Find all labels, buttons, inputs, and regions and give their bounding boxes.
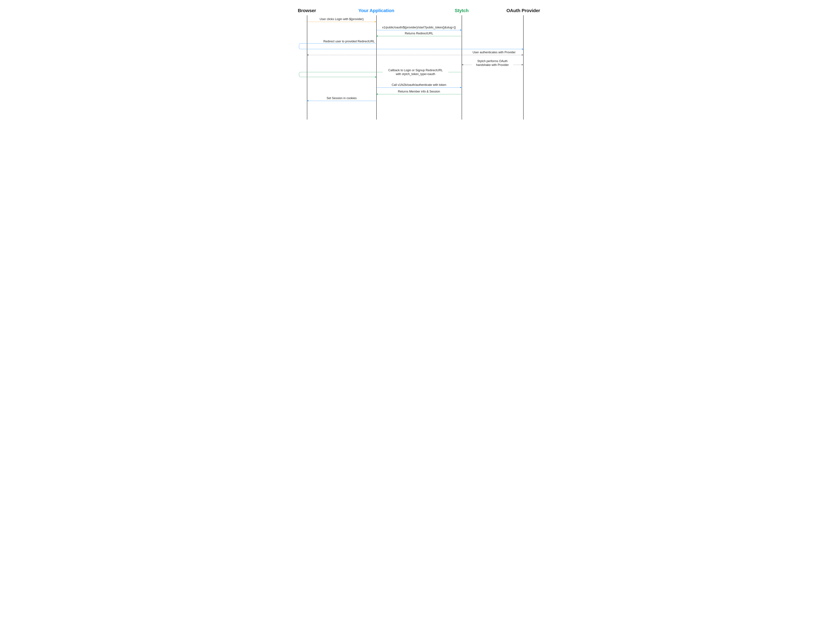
lifeline-stytch (462, 15, 462, 119)
msg-redirect-user: Redirect user to provided RedirectURL (301, 43, 523, 49)
msg-label: Returns RedirectURL (403, 32, 434, 35)
msg-label: Returns Member info & Session (397, 90, 441, 94)
lifeline-browser (307, 15, 307, 119)
lifeline-provider (523, 15, 524, 119)
actor-stytch: Stytch (455, 8, 469, 13)
msg-label: Set Session in cookies (325, 96, 358, 100)
actor-provider: OAuth Provider (507, 8, 540, 13)
msg-label: User clicks Login with ${provider} (318, 17, 365, 21)
msg-label: Callback to Login or Signup RedirectURLw… (383, 68, 448, 76)
msg-label: v1/public/oauth/${provider}/start?public… (381, 25, 457, 29)
actor-browser: Browser (298, 8, 316, 13)
msg-label: Redirect user to provided RedirectURL (322, 40, 376, 43)
msg-label: User authenticates with Provider (471, 51, 517, 54)
msg-label: Call v1/b2b/oauth/authenticate with toke… (390, 83, 448, 87)
msg-label: Stytch performs OAuthhandshake with Prov… (472, 59, 513, 67)
msg-callback-redirect: Callback to Login or Signup RedirectURLw… (301, 72, 461, 77)
sequence-diagram: Browser Your Application Stytch OAuth Pr… (289, 0, 541, 124)
actor-app: Your Application (358, 8, 394, 13)
lifeline-app (376, 15, 377, 119)
